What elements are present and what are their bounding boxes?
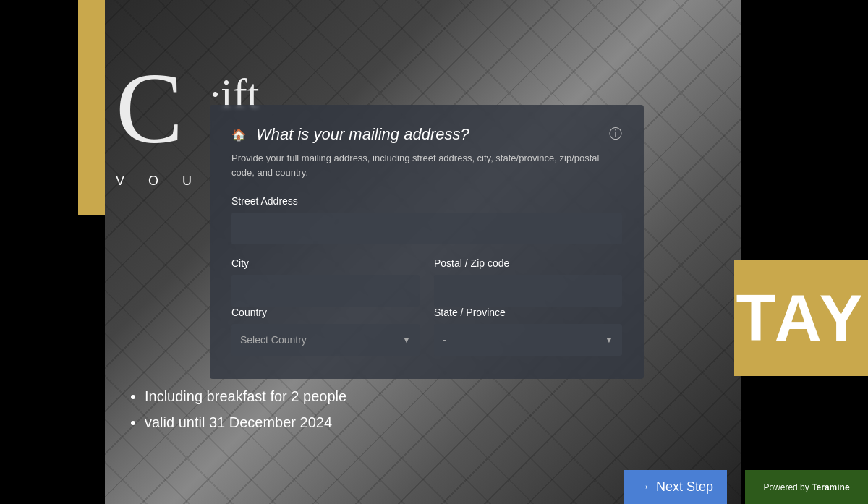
state-select[interactable]: -: [434, 324, 622, 356]
street-address-input[interactable]: [231, 213, 622, 244]
next-step-label: Next Step: [656, 479, 713, 495]
country-select[interactable]: Select Country: [231, 324, 420, 356]
tay-label: TAY: [736, 281, 866, 356]
street-address-label: Street Address: [231, 195, 622, 207]
city-input[interactable]: [231, 275, 420, 307]
logo-subtitle: V O U: [116, 174, 202, 189]
tay-text-area: TAY: [734, 260, 868, 376]
modal-header: 🏠 What is your mailing address? ⓘ: [231, 125, 622, 144]
modal-description: Provide your full mailing address, inclu…: [231, 151, 622, 179]
powered-by-text: Powered by: [763, 482, 809, 492]
street-address-group: Street Address: [231, 195, 622, 244]
bullet-item-2: valid until 31 December 2024: [145, 409, 346, 435]
country-label: Country: [231, 307, 420, 318]
country-select-wrapper: Select Country: [231, 324, 420, 356]
next-step-button[interactable]: → Next Step: [624, 470, 727, 504]
state-group: State / Province -: [434, 307, 622, 356]
bullet-item-1: Including breakfast for 2 people: [145, 383, 346, 409]
country-state-row: Country Select Country State / Province …: [231, 307, 622, 356]
modal-title-row: 🏠 What is your mailing address?: [231, 125, 469, 144]
mailing-address-modal: 🏠 What is your mailing address? ⓘ Provid…: [210, 105, 644, 379]
city-postal-row: City Postal / Zip code: [231, 257, 622, 307]
gold-accent-bar: [78, 0, 105, 215]
state-select-wrapper: -: [434, 324, 622, 356]
postal-group: Postal / Zip code: [434, 257, 622, 307]
modal-title: What is your mailing address?: [256, 125, 469, 144]
country-group: Country Select Country: [231, 307, 420, 356]
info-icon[interactable]: ⓘ: [609, 125, 622, 142]
postal-input[interactable]: [434, 275, 622, 307]
logo-c-letter: C: [116, 58, 183, 159]
postal-label: Postal / Zip code: [434, 257, 622, 269]
home-icon: 🏠: [231, 128, 246, 142]
next-arrow-icon: →: [637, 479, 650, 495]
city-label: City: [231, 257, 420, 269]
teramine-brand: Teramine: [812, 482, 849, 492]
bullet-points-area: Including breakfast for 2 people valid u…: [130, 383, 346, 435]
powered-by-footer: Powered by Teramine: [745, 470, 868, 504]
city-group: City: [231, 257, 420, 307]
state-label: State / Province: [434, 307, 622, 318]
